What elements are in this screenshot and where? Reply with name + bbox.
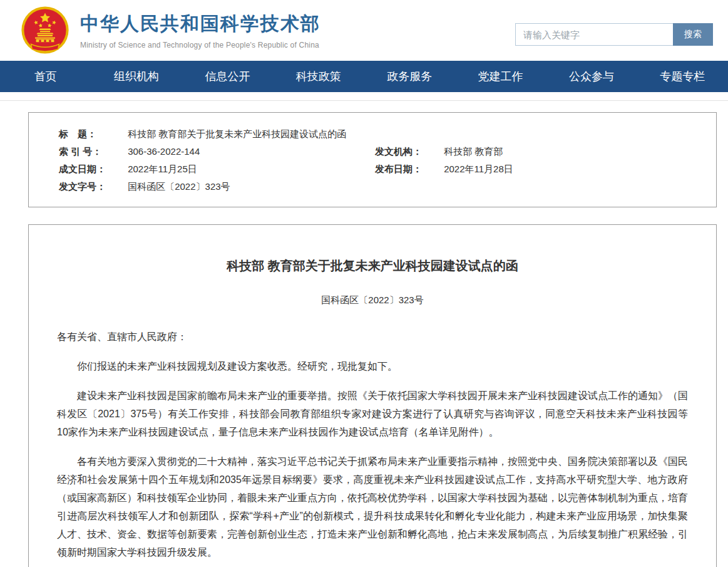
search-bar: 搜索 — [515, 23, 713, 46]
meta-agency-value: 科技部 教育部 — [444, 146, 503, 157]
site-subtitle: Ministry of Science and Technology of th… — [80, 41, 320, 49]
meta-index-value: 306-36-2022-144 — [128, 146, 200, 157]
brand-block: 中华人民共和国科学技术部 Ministry of Science and Tec… — [20, 5, 320, 55]
nav-item-public-participation[interactable]: 公众参与 — [546, 61, 637, 92]
meta-title-label: 标 题： — [59, 125, 114, 143]
meta-row-written-date: 成文日期： 2022年11月25日 — [59, 160, 375, 178]
meta-row-title: 标 题： 科技部 教育部关于批复未来产业科技园建设试点的函 — [59, 125, 716, 143]
nav-item-home[interactable]: 首页 — [0, 61, 91, 92]
nav-item-st-policy[interactable]: 科技政策 — [273, 61, 364, 92]
meta-row-agency: 发文机构： 科技部 教育部 — [375, 143, 716, 160]
meta-written-date-label: 成文日期： — [59, 160, 114, 178]
article-paragraph: 你们报送的未来产业科技园规划及建设方案收悉。经研究，现批复如下。 — [57, 357, 688, 375]
meta-row-index: 索 引 号： 306-36-2022-144 — [59, 143, 375, 160]
article-body: 各有关省、直辖市人民政府： 你们报送的未来产业科技园规划及建设方案收悉。经研究，… — [57, 328, 688, 561]
nav-item-gov-services[interactable]: 政务服务 — [364, 61, 455, 92]
national-emblem-icon — [20, 5, 70, 55]
brand-text: 中华人民共和国科学技术部 Ministry of Science and Tec… — [80, 11, 320, 49]
meta-publish-date-value: 2022年11月28日 — [444, 164, 513, 174]
meta-row-doc-number: 发文字号： 国科函区〔2022〕323号 — [59, 178, 375, 195]
nav-item-organization[interactable]: 组织机构 — [91, 61, 182, 92]
nav-item-special-columns[interactable]: 专题专栏 — [637, 61, 728, 92]
document-meta-grid: 标 题： 科技部 教育部关于批复未来产业科技园建设试点的函 索 引 号： 306… — [59, 125, 716, 195]
document-meta-panel: 标 题： 科技部 教育部关于批复未来产业科技园建设试点的函 索 引 号： 306… — [28, 112, 717, 207]
meta-publish-date-label: 发布日期： — [375, 160, 430, 178]
meta-agency-label: 发文机构： — [375, 143, 430, 160]
search-input[interactable] — [515, 23, 673, 46]
site-title: 中华人民共和国科学技术部 — [80, 11, 320, 37]
main-nav: 首页 组织机构 信息公开 科技政策 政务服务 党建工作 公众参与 专题专栏 — [0, 61, 728, 92]
article-doc-number: 国科函区〔2022〕323号 — [57, 294, 688, 306]
article-title: 科技部 教育部关于批复未来产业科技园建设试点的函 — [57, 257, 688, 274]
search-button[interactable]: 搜索 — [673, 23, 713, 46]
article-salutation: 各有关省、直辖市人民政府： — [57, 328, 688, 346]
article-panel: 科技部 教育部关于批复未来产业科技园建设试点的函 国科函区〔2022〕323号 … — [28, 224, 717, 567]
meta-title-value: 科技部 教育部关于批复未来产业科技园建设试点的函 — [128, 128, 346, 139]
meta-index-label: 索 引 号： — [59, 143, 114, 160]
meta-written-date-value: 2022年11月25日 — [128, 164, 197, 174]
meta-doc-number-value: 国科函区〔2022〕323号 — [128, 181, 230, 192]
article-paragraph: 各有关地方要深入贯彻党的二十大精神，落实习近平总书记关于抓紧布局未来产业重要指示… — [57, 452, 688, 561]
meta-row-publish-date: 发布日期： 2022年11月28日 — [375, 160, 716, 178]
meta-doc-number-label: 发文字号： — [59, 178, 114, 195]
article-paragraph: 建设未来产业科技园是国家前瞻布局未来产业的重要举措。按照《关于依托国家大学科技园… — [57, 387, 688, 441]
site-header: 中华人民共和国科学技术部 Ministry of Science and Tec… — [0, 0, 728, 61]
nav-item-party-building[interactable]: 党建工作 — [455, 61, 546, 92]
nav-item-info-disclosure[interactable]: 信息公开 — [182, 61, 273, 92]
header-divider — [0, 100, 728, 101]
